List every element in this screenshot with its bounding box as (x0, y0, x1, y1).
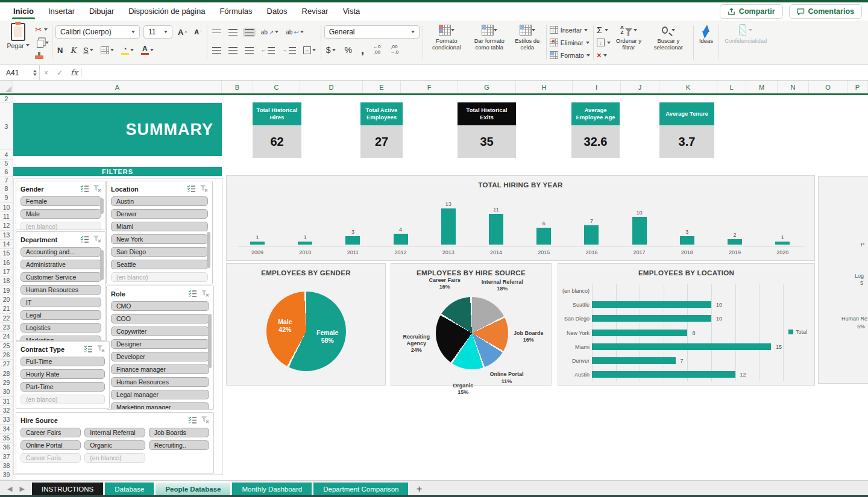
slicer-item[interactable]: Designer (111, 339, 209, 349)
decrease-font-button[interactable]: Aˇ (192, 28, 204, 37)
row-header-28[interactable]: 28 (0, 369, 13, 378)
insert-cells-button[interactable]: Insertar (550, 24, 590, 36)
row-header-32[interactable]: 32 (0, 406, 13, 415)
select-all-corner[interactable] (0, 81, 13, 93)
row-header-30[interactable]: 30 (0, 387, 13, 396)
insert-function-icon[interactable]: fx (67, 68, 82, 77)
slicer-item[interactable]: Legal (20, 310, 101, 320)
underline-button[interactable]: S (81, 45, 95, 56)
name-box-stepper[interactable] (33, 70, 37, 76)
font-name-select[interactable]: Calibri (Cuerpo) (55, 25, 140, 39)
slicer-item[interactable]: Career Fairs (20, 428, 81, 437)
row-header-9[interactable]: 9 (0, 193, 13, 202)
slicer-item[interactable]: IT (20, 298, 101, 307)
slicer-item[interactable]: Miami (111, 222, 208, 231)
slicer-scrollbar[interactable] (100, 198, 104, 214)
copy-button[interactable] (35, 37, 49, 49)
multi-select-icon[interactable] (188, 289, 197, 299)
cancel-entry-icon[interactable]: × (40, 69, 52, 77)
menu-tab-inicio[interactable]: Inicio (6, 3, 41, 20)
row-header-20[interactable]: 20 (0, 295, 13, 304)
column-header-C[interactable]: C (253, 81, 300, 93)
row-header-31[interactable]: 31 (0, 397, 13, 406)
align-left-button[interactable] (210, 46, 223, 55)
column-header-E[interactable]: E (363, 81, 401, 93)
borders-button[interactable] (99, 45, 116, 55)
menu-tab-fórmulas[interactable]: Fórmulas (212, 3, 259, 20)
align-center-button[interactable] (227, 46, 239, 55)
chart-hiring-by-year[interactable]: TOTAL HIRING BY YEAR12009120103201142012… (226, 175, 815, 261)
slicer-item[interactable]: New York (111, 234, 208, 244)
row-header-11[interactable]: 11 (0, 212, 13, 221)
align-bottom-button[interactable] (243, 28, 256, 37)
row-header-35[interactable]: 35 (0, 434, 13, 443)
row-header-6[interactable]: 6 (0, 167, 13, 177)
row-header-36[interactable]: 36 (0, 443, 13, 452)
slicer-item[interactable]: Austin (111, 196, 208, 206)
slicer-item[interactable]: Legal manager (111, 390, 209, 399)
delete-cells-button[interactable]: Eliminar (550, 37, 590, 48)
multi-select-icon[interactable] (84, 344, 93, 355)
slicer-item[interactable]: Accounting and... (20, 247, 101, 257)
row-header-26[interactable]: 26 (0, 351, 13, 360)
column-header-I[interactable]: I (573, 81, 621, 93)
slicer-item[interactable]: San Diego (111, 247, 208, 257)
clear-filter-icon[interactable] (96, 344, 105, 355)
percent-button[interactable]: % (343, 44, 354, 56)
slicer-item[interactable]: Seattle (111, 260, 208, 269)
align-middle-button[interactable] (227, 28, 239, 37)
row-header-2[interactable]: 2 (0, 95, 13, 103)
multi-select-icon[interactable] (80, 234, 89, 245)
clear-filter-icon[interactable] (201, 415, 209, 426)
menu-tab-insertar[interactable]: Insertar (41, 3, 82, 20)
slicer-item[interactable]: Career Faris (20, 453, 81, 463)
formula-input[interactable] (82, 65, 868, 81)
slicer-item[interactable]: Copywriter (111, 327, 209, 336)
row-header-27[interactable]: 27 (0, 360, 13, 369)
orientation-button[interactable]: ab↗ (259, 28, 281, 37)
share-button[interactable]: Compartir (720, 4, 783, 19)
row-header-29[interactable]: 29 (0, 378, 13, 387)
row-header-38[interactable]: 38 (0, 461, 13, 470)
merge-center-button[interactable]: ↔ (301, 45, 318, 55)
fill-button[interactable]: ↓ (597, 37, 611, 48)
row-header-15[interactable]: 15 (0, 249, 13, 258)
slicer-scrollbar[interactable] (100, 250, 104, 280)
column-header-G[interactable]: G (458, 81, 516, 93)
row-header-8[interactable]: 8 (0, 184, 13, 193)
bold-button[interactable]: N (55, 45, 64, 56)
slicer-item[interactable]: Full-Time (20, 357, 105, 366)
column-header-M[interactable]: M (746, 81, 778, 93)
menu-tab-revisar[interactable]: Revisar (295, 3, 336, 20)
column-header-O[interactable]: O (809, 81, 848, 93)
number-format-select[interactable]: General (324, 25, 420, 39)
format-painter-button[interactable] (35, 49, 49, 61)
font-size-select[interactable]: 11 (143, 25, 172, 39)
menu-tab-vista[interactable]: Vista (336, 3, 368, 20)
menu-tab-disposición-de-página[interactable]: Disposición de página (121, 3, 212, 20)
clear-filter-icon[interactable] (201, 289, 209, 299)
conditional-format-button[interactable]: Formato condicional (426, 23, 467, 62)
column-header-L[interactable]: L (717, 81, 746, 93)
slicer-item[interactable]: (en blanco) (20, 395, 105, 404)
row-header-25[interactable]: 25 (0, 342, 13, 351)
row-header-17[interactable]: 17 (0, 267, 13, 277)
slicer-item[interactable]: Recruiting.. (149, 440, 209, 450)
slicer-item[interactable]: Logistics (20, 323, 101, 333)
find-select-button[interactable]: Buscar y seleccionar (647, 23, 690, 62)
confirm-entry-icon[interactable]: ✓ (52, 69, 67, 77)
prev-sheet-arrow[interactable]: ◀ (4, 485, 16, 493)
slicer-scrollbar[interactable] (207, 232, 210, 268)
sheet-tab-monthly-dashboard[interactable]: Monthly Dashboard (232, 483, 312, 496)
row-header-12[interactable]: 12 (0, 221, 13, 230)
row-header-37[interactable]: 37 (0, 452, 13, 461)
increase-indent-button[interactable]: → (280, 46, 298, 55)
slicer-item[interactable]: Part-Time (20, 382, 105, 392)
italic-button[interactable]: K (68, 45, 78, 56)
column-header-H[interactable]: H (516, 81, 573, 93)
autosum-button[interactable]: Σ (597, 24, 611, 36)
row-header-18[interactable]: 18 (0, 277, 13, 286)
menu-tab-datos[interactable]: Datos (260, 3, 295, 20)
slicer-item[interactable]: Female (20, 196, 101, 206)
slicer-item[interactable]: Job Boards (149, 428, 209, 437)
